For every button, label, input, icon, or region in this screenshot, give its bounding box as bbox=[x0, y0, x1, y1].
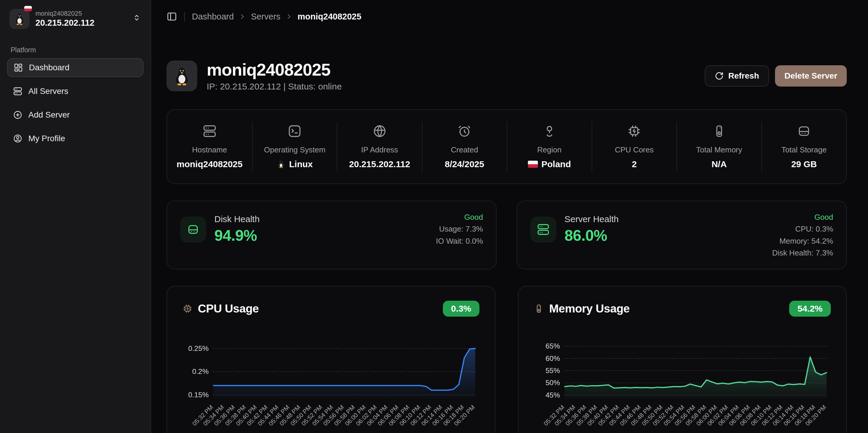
health-title: Server Health bbox=[564, 214, 619, 224]
info-os: Operating System Linux bbox=[252, 122, 337, 172]
sidebar-item-label: Dashboard bbox=[29, 63, 69, 73]
switcher-server-ip: 20.215.202.112 bbox=[35, 18, 126, 28]
sidebar-toggle-icon[interactable] bbox=[166, 11, 177, 22]
server-icon bbox=[537, 223, 550, 236]
svg-text:60%: 60% bbox=[546, 354, 560, 363]
info-region: Region Poland bbox=[507, 122, 592, 172]
info-value: N/A bbox=[712, 159, 727, 169]
breadcrumb-dashboard[interactable]: Dashboard bbox=[192, 12, 234, 22]
health-value: 94.9% bbox=[214, 227, 259, 244]
svg-text:0.25%: 0.25% bbox=[188, 344, 209, 352]
health-detail: CPU: 0.3% bbox=[772, 224, 833, 234]
sidebar: moniq24082025 20.215.202.112 Platform Da… bbox=[0, 0, 151, 433]
refresh-label: Refresh bbox=[728, 71, 759, 81]
hard-drive-icon bbox=[187, 223, 199, 236]
server-avatar-large bbox=[166, 61, 197, 91]
svg-text:0.2%: 0.2% bbox=[192, 368, 209, 376]
sidebar-item-label: Add Server bbox=[28, 110, 70, 120]
svg-text:65%: 65% bbox=[546, 342, 560, 350]
info-value: 8/24/2025 bbox=[445, 159, 484, 169]
breadcrumb-current: moniq24082025 bbox=[298, 12, 361, 22]
chart-title: CPU Usage bbox=[198, 302, 259, 315]
svg-text:0.15%: 0.15% bbox=[188, 391, 209, 399]
info-cpu-cores: CPU Cores 2 bbox=[592, 122, 677, 172]
app: moniq24082025 20.215.202.112 Platform Da… bbox=[0, 0, 868, 433]
servers-icon bbox=[13, 87, 23, 96]
page-header: moniq24082025 IP: 20.215.202.112 | Statu… bbox=[166, 60, 847, 92]
info-hostname: Hostname moniq24082025 bbox=[167, 122, 252, 172]
tux-penguin-icon bbox=[170, 65, 193, 87]
info-total-memory: Total Memory N/A bbox=[676, 122, 762, 172]
health-detail: Disk Health: 7.3% bbox=[772, 248, 833, 258]
terminal-icon bbox=[287, 124, 302, 138]
cpu-icon bbox=[627, 124, 641, 138]
add-circle-icon bbox=[13, 110, 23, 120]
svg-text:45%: 45% bbox=[546, 391, 560, 399]
map-pin-icon bbox=[542, 124, 557, 138]
refresh-button[interactable]: Refresh bbox=[705, 65, 769, 87]
switcher-server-name: moniq24082025 bbox=[35, 10, 126, 18]
health-value: 86.0% bbox=[564, 227, 619, 244]
info-label: Region bbox=[537, 145, 562, 154]
health-row: Disk Health 94.9% Good Usage: 7.3% IO Wa… bbox=[166, 201, 847, 270]
alarm-clock-icon bbox=[457, 124, 471, 138]
health-detail: IO Wait: 0.0% bbox=[436, 236, 483, 246]
info-value: 29 GB bbox=[791, 159, 817, 169]
memory-stick-icon bbox=[534, 304, 544, 314]
info-value: Linux bbox=[277, 159, 313, 169]
server-icon bbox=[203, 124, 217, 138]
server-health-card: Server Health 86.0% Good CPU: 0.3% Memor… bbox=[517, 201, 847, 270]
svg-text:55%: 55% bbox=[546, 367, 560, 375]
chevron-right-icon bbox=[239, 13, 246, 20]
topbar-divider bbox=[184, 12, 185, 21]
memory-stick-icon bbox=[712, 124, 726, 138]
main-content: Dashboard Servers moniq24082025 bbox=[151, 0, 868, 433]
poland-flag-badge bbox=[24, 6, 32, 11]
health-detail: Usage: 7.3% bbox=[436, 224, 483, 234]
sidebar-item-label: My Profile bbox=[28, 134, 65, 143]
refresh-icon bbox=[715, 71, 724, 80]
info-label: Hostname bbox=[192, 145, 227, 154]
info-label: CPU Cores bbox=[615, 145, 654, 154]
info-total-storage: Total Storage 29 GB bbox=[762, 122, 846, 172]
breadcrumb: Dashboard Servers moniq24082025 bbox=[192, 12, 361, 22]
topbar: Dashboard Servers moniq24082025 bbox=[166, 0, 847, 33]
charts-row: CPU Usage 0.3% 0.25%0.2%0.15%05:32 PM05:… bbox=[166, 286, 847, 433]
info-label: Created bbox=[451, 145, 478, 154]
hard-drive-icon bbox=[797, 124, 811, 138]
info-value: Poland bbox=[528, 159, 571, 169]
sidebar-item-dashboard[interactable]: Dashboard bbox=[7, 58, 144, 77]
chart-title: Memory Usage bbox=[549, 302, 630, 315]
info-value: moniq24082025 bbox=[177, 159, 242, 169]
server-switcher[interactable]: moniq24082025 20.215.202.112 bbox=[7, 7, 144, 31]
disk-health-tile bbox=[180, 216, 206, 242]
chevron-right-icon bbox=[285, 13, 293, 20]
info-label: Total Storage bbox=[781, 145, 827, 154]
chevrons-up-down-icon[interactable] bbox=[132, 13, 141, 25]
sidebar-section-label: Platform bbox=[11, 46, 144, 54]
memory-usage-card: Memory Usage 54.2% 65%60%55%50%45%05:32 … bbox=[518, 286, 847, 433]
health-status: Good bbox=[436, 212, 483, 223]
server-avatar bbox=[9, 9, 30, 29]
cpu-usage-badge: 0.3% bbox=[443, 301, 479, 317]
sidebar-item-my-profile[interactable]: My Profile bbox=[7, 129, 144, 148]
info-value: 2 bbox=[632, 159, 637, 169]
info-value: 20.215.202.112 bbox=[349, 159, 410, 169]
cpu-usage-card: CPU Usage 0.3% 0.25%0.2%0.15%05:32 PM05:… bbox=[166, 286, 495, 433]
health-title: Disk Health bbox=[214, 214, 259, 224]
memory-usage-badge: 54.2% bbox=[789, 301, 831, 317]
page-subtitle: IP: 20.215.202.112 | Status: online bbox=[207, 82, 342, 92]
info-label: Total Memory bbox=[696, 145, 742, 154]
user-circle-icon bbox=[13, 134, 23, 143]
memory-usage-chart: 65%60%55%50%45%05:32 PM05:34 PM05:36 PM0… bbox=[534, 324, 831, 433]
tux-penguin-icon bbox=[12, 12, 27, 26]
globe-icon bbox=[373, 124, 387, 138]
server-health-tile bbox=[530, 216, 556, 242]
sidebar-item-all-servers[interactable]: All Servers bbox=[7, 82, 144, 101]
delete-server-button[interactable]: Delete Server bbox=[775, 65, 847, 87]
health-status: Good bbox=[772, 212, 833, 223]
dashboard-icon bbox=[13, 63, 23, 73]
breadcrumb-servers[interactable]: Servers bbox=[251, 12, 280, 22]
info-created: Created 8/24/2025 bbox=[422, 122, 507, 172]
sidebar-item-add-server[interactable]: Add Server bbox=[7, 106, 144, 124]
